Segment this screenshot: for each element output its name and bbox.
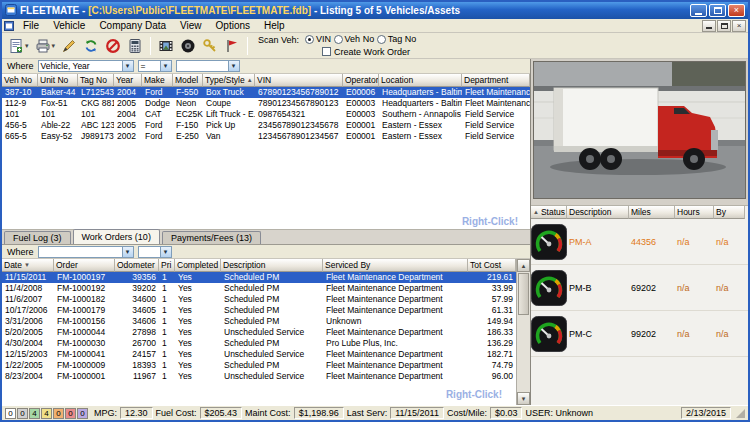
- tab-work-orders-10[interactable]: Work Orders (10): [73, 229, 160, 244]
- fuel-cost-label: Fuel Cost:: [156, 408, 197, 418]
- vehicle-col-make[interactable]: Make: [142, 74, 173, 87]
- new-record-button[interactable]: ▾: [5, 35, 32, 57]
- pm-row-pm-b[interactable]: PM-B69202n/an/a: [531, 265, 748, 311]
- toolbar-separator: [150, 37, 151, 55]
- calculator-button[interactable]: [124, 35, 146, 57]
- minimize-button[interactable]: [690, 4, 707, 17]
- window-title-path: [C:\Users\Public\FLEETMATE\FLEETMATE.fdb…: [88, 5, 311, 16]
- workorder-col-completed[interactable]: Completed: [175, 259, 221, 272]
- edit-button[interactable]: [58, 35, 80, 57]
- menu-item-file[interactable]: File: [16, 20, 46, 31]
- vehicle-row-4[interactable]: 665-5Easy-52J9891732002FordE-250Van12345…: [2, 131, 530, 142]
- menu-item-help[interactable]: Help: [257, 20, 292, 31]
- workorder-row-0[interactable]: 11/15/2011FM-1000197393561YesScheduled P…: [2, 272, 530, 283]
- work-orders-body: 11/15/2011FM-1000197393561YesScheduled P…: [2, 272, 530, 382]
- status-bar: 0044000 MPG: 12.30 Fuel Cost: $205.43 Ma…: [2, 405, 748, 420]
- pm-col-miles[interactable]: Miles: [629, 206, 675, 219]
- close-button[interactable]: ×: [728, 4, 745, 17]
- workorder-filter-operator-select[interactable]: ▾: [138, 246, 172, 258]
- tab-payments-fees-13[interactable]: Payments/Fees (13): [162, 231, 261, 244]
- workorder-col-description[interactable]: Description: [221, 259, 323, 272]
- document-icon: [4, 21, 14, 31]
- refresh-button[interactable]: [80, 35, 102, 57]
- workorder-row-2[interactable]: 11/6/2007FM-1000182346001YesScheduled PM…: [2, 294, 530, 305]
- delete-button[interactable]: [102, 35, 124, 57]
- workorder-col-order[interactable]: Order: [54, 259, 115, 272]
- workorder-row-4[interactable]: 3/31/2006FM-1000156346061YesScheduled PM…: [2, 316, 530, 327]
- workorder-row-6[interactable]: 4/30/2004FM-1000030267001YesScheduled PM…: [2, 338, 530, 349]
- vehicle-filter-operator-select[interactable]: =▾: [138, 60, 172, 72]
- pm-col-hours[interactable]: Hours: [675, 206, 714, 219]
- vehicle-col-model[interactable]: Model: [173, 74, 203, 87]
- workorder-row-5[interactable]: 5/20/2005FM-1000044278981YesUnscheduled …: [2, 327, 530, 338]
- workorder-col-pri[interactable]: Pri: [159, 259, 175, 272]
- status-count-2: 4: [29, 408, 40, 419]
- vehicle-col-type-style[interactable]: Type/Style▲: [203, 74, 255, 87]
- mdi-close-button[interactable]: ×: [732, 20, 746, 32]
- vehicle-filter-field-select[interactable]: Vehicle, Year▾: [38, 60, 134, 72]
- vehicle-col-unit-no[interactable]: Unit No: [38, 74, 78, 87]
- flag-button[interactable]: [221, 35, 243, 57]
- pm-row-pm-a[interactable]: PM-A44356n/an/a: [531, 219, 748, 265]
- workorder-row-3[interactable]: 10/17/2006FM-1000179346051YesScheduled P…: [2, 305, 530, 316]
- vehicle-row-0[interactable]: 387-10Baker-44L7125432004FordF-550Box Tr…: [2, 87, 530, 98]
- sort-asc-icon: ▲: [247, 77, 253, 83]
- where-label: Where: [7, 61, 34, 71]
- scroll-up-button[interactable]: ▴: [517, 259, 530, 272]
- vehicle-col-operator[interactable]: Operator: [343, 74, 379, 87]
- workorder-col-odometer[interactable]: Odometer: [115, 259, 159, 272]
- menu-item-options[interactable]: Options: [209, 20, 257, 31]
- radio-tag-no[interactable]: Tag No: [377, 34, 417, 44]
- vehicle-col-location[interactable]: Location: [379, 74, 462, 87]
- workorder-row-1[interactable]: 11/4/2008FM-1000192392021YesScheduled PM…: [2, 283, 530, 294]
- workorder-col-tot-cost[interactable]: Tot Cost: [468, 259, 516, 272]
- edit-pencil-icon: [61, 38, 77, 54]
- calculator-icon: [127, 38, 143, 54]
- keys-button[interactable]: [199, 35, 221, 57]
- resize-grip[interactable]: [736, 409, 745, 418]
- status-count-4: 0: [53, 408, 64, 419]
- menu-item-vehicle[interactable]: Vehicle: [46, 20, 92, 31]
- minimize-icon: [695, 13, 702, 15]
- vehicle-row-1[interactable]: 112-9Fox-51CKG 8812005DodgeNeonCoupe7890…: [2, 98, 530, 109]
- tires-button[interactable]: [177, 35, 199, 57]
- menu-item-company-data[interactable]: Company Data: [92, 20, 173, 31]
- radio-vin[interactable]: VIN: [305, 34, 331, 44]
- vehicle-col-department[interactable]: Department: [462, 74, 530, 87]
- workorder-col-date[interactable]: Date▼: [2, 259, 54, 272]
- vehicle-col-vin[interactable]: VIN: [255, 74, 343, 87]
- print-button[interactable]: ▾: [32, 35, 59, 57]
- mdi-restore-button[interactable]: [717, 20, 731, 32]
- workorder-filter-field-value: [39, 247, 122, 257]
- pm-col-description[interactable]: Description: [567, 206, 629, 219]
- last-serv-label: Last Serv:: [347, 408, 388, 418]
- vertical-scrollbar[interactable]: ▴ ▾: [516, 259, 530, 405]
- vehicle-row-3[interactable]: 456-5Able-22ABC 1232005FordF-150Pick Up2…: [2, 120, 530, 131]
- vehicle-filter-operator-value: =: [139, 61, 160, 71]
- vehicle-col-year[interactable]: Year: [114, 74, 142, 87]
- pm-col-by[interactable]: By: [714, 206, 745, 219]
- workorder-row-7[interactable]: 12/15/2003FM-1000041241571YesUnscheduled…: [2, 349, 530, 360]
- detail-tabs: Fuel Log (3)Work Orders (10)Payments/Fee…: [2, 230, 530, 245]
- vehicle-filter-value: [177, 61, 228, 71]
- menu-item-view[interactable]: View: [173, 20, 209, 31]
- pm-col-status[interactable]: ▲Status: [531, 206, 567, 219]
- vehicle-row-2[interactable]: 1011011012004CATEC25K ELift Truck - E...…: [2, 109, 530, 120]
- radio-veh-no[interactable]: Veh No: [334, 34, 375, 44]
- pm-row-pm-c[interactable]: PM-C99202n/an/a: [531, 311, 748, 357]
- chevron-down-icon: ▾: [228, 61, 239, 71]
- vehicle-col-tag-no[interactable]: Tag No: [78, 74, 114, 87]
- scrollbar-thumb[interactable]: [518, 273, 529, 315]
- vehicle-filter-value-select[interactable]: ▾: [176, 60, 240, 72]
- tab-fuel-log-3[interactable]: Fuel Log (3): [4, 231, 71, 244]
- workorder-filter-field-select[interactable]: ▾: [38, 246, 134, 258]
- workorder-row-8[interactable]: 1/22/2005FM-1000009183931YesScheduled PM…: [2, 360, 530, 371]
- create-work-order-checkbox[interactable]: [322, 47, 331, 56]
- workorder-col-serviced-by[interactable]: Serviced By: [323, 259, 468, 272]
- mdi-minimize-button[interactable]: [702, 20, 716, 32]
- scroll-down-button[interactable]: ▾: [517, 392, 530, 405]
- maximize-button[interactable]: [709, 4, 726, 17]
- workorder-row-9[interactable]: 8/23/2004FM-1000001119671YesUnscheduled …: [2, 371, 530, 382]
- photos-button[interactable]: [155, 35, 177, 57]
- vehicle-col-veh-no[interactable]: Veh No: [2, 74, 38, 87]
